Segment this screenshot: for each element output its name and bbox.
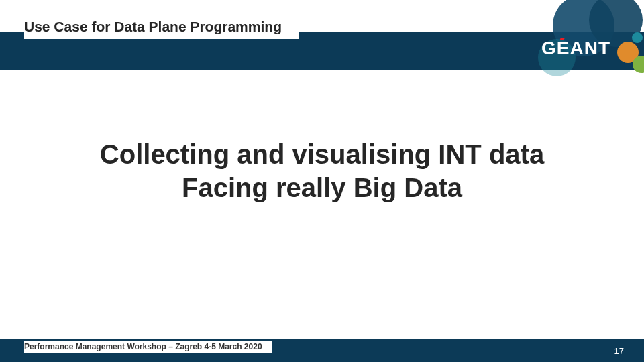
main-title-line2: Facing really Big Data	[0, 171, 644, 204]
main-title-line1: Collecting and visualising INT data	[0, 137, 644, 171]
main-title: Collecting and visualising INT data Faci…	[0, 137, 644, 204]
logo-part-e: E	[557, 38, 570, 59]
header-title: Use Case for Data Plane Programming	[24, 19, 282, 35]
footer-text-wrap: Performance Management Workshop – Zagreb…	[24, 341, 272, 353]
footer-text: Performance Management Workshop – Zagreb…	[24, 342, 262, 351]
page-number: 17	[614, 346, 624, 356]
logo-part-ant: ANT	[570, 38, 610, 59]
slide: Use Case for Data Plane Programming GEAN…	[0, 0, 644, 362]
geant-logo: GEANT	[541, 38, 610, 59]
logo-part-g: G	[541, 38, 557, 59]
header-title-wrap: Use Case for Data Plane Programming	[24, 15, 299, 39]
